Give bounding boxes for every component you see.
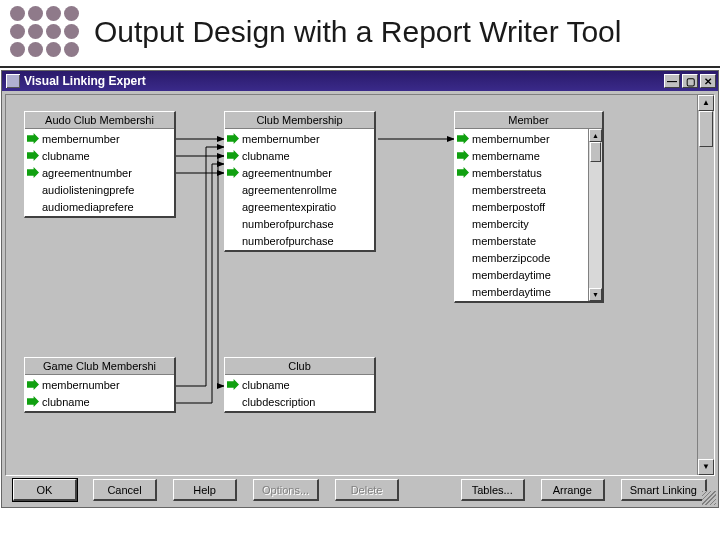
tables-button[interactable]: Tables... <box>461 479 525 501</box>
field-row[interactable]: memberzipcode <box>457 249 588 266</box>
field-list[interactable]: membernumber membername memberstatus mem… <box>455 129 588 301</box>
help-button[interactable]: Help <box>173 479 237 501</box>
slide-header: Output Design with a Report Writer Tool <box>0 0 720 68</box>
scroll-down-button[interactable]: ▼ <box>698 459 714 475</box>
field-row[interactable]: clubname <box>227 147 374 164</box>
link-canvas[interactable]: Audo Club Membershi membernumber clubnam… <box>6 95 696 475</box>
field-row[interactable]: agreementenrollme <box>227 181 374 198</box>
table-audio-club-membership[interactable]: Audo Club Membershi membernumber clubnam… <box>24 111 176 218</box>
key-icon <box>27 133 39 144</box>
field-row[interactable]: agreementnumber <box>27 164 174 181</box>
field-row[interactable]: membernumber <box>227 130 374 147</box>
key-icon <box>457 133 469 144</box>
field-list[interactable]: clubname clubdescription <box>225 375 374 411</box>
field-row[interactable]: clubname <box>27 147 174 164</box>
table-member[interactable]: Member membernumber membername membersta… <box>454 111 604 303</box>
minimize-button[interactable]: — <box>664 74 680 88</box>
ok-button[interactable]: OK <box>13 479 77 501</box>
scroll-up-button[interactable]: ▲ <box>589 129 602 142</box>
resize-grip-icon[interactable] <box>702 491 716 505</box>
table-title[interactable]: Member <box>455 112 602 129</box>
field-row[interactable]: memberstreeta <box>457 181 588 198</box>
key-icon <box>27 396 39 407</box>
field-row[interactable]: membernumber <box>27 376 174 393</box>
scroll-thumb[interactable] <box>699 111 713 147</box>
table-game-club-membership[interactable]: Game Club Membershi membernumber clubnam… <box>24 357 176 413</box>
field-row[interactable]: audiomediaprefere <box>27 198 174 215</box>
field-row[interactable]: numberofpurchase <box>227 215 374 232</box>
field-row[interactable]: membernumber <box>27 130 174 147</box>
field-row[interactable]: memberdaytime <box>457 266 588 283</box>
field-row[interactable]: agreementexpiratio <box>227 198 374 215</box>
field-row[interactable]: membercity <box>457 215 588 232</box>
scroll-thumb[interactable] <box>590 142 601 162</box>
table-title[interactable]: Club Membership <box>225 112 374 129</box>
options-button[interactable]: Options... <box>253 479 319 501</box>
scroll-up-button[interactable]: ▲ <box>698 95 714 111</box>
key-icon <box>457 150 469 161</box>
field-row[interactable]: audiolisteningprefe <box>27 181 174 198</box>
field-row[interactable]: numberofpurchase <box>227 232 374 249</box>
arrange-button[interactable]: Arrange <box>541 479 605 501</box>
table-title[interactable]: Game Club Membershi <box>25 358 174 375</box>
key-icon <box>227 133 239 144</box>
smart-linking-button[interactable]: Smart Linking <box>621 479 707 501</box>
table-club-membership[interactable]: Club Membership membernumber clubname ag… <box>224 111 376 252</box>
field-row[interactable]: clubname <box>27 393 174 410</box>
cancel-button[interactable]: Cancel <box>93 479 157 501</box>
field-row[interactable]: clubname <box>227 376 374 393</box>
close-button[interactable]: ✕ <box>700 74 716 88</box>
field-row[interactable]: memberstate <box>457 232 588 249</box>
field-row[interactable]: memberpostoff <box>457 198 588 215</box>
key-icon <box>27 150 39 161</box>
field-row[interactable]: membernumber <box>457 130 588 147</box>
table-vertical-scrollbar[interactable]: ▲ ▼ <box>588 129 602 301</box>
table-title[interactable]: Club <box>225 358 374 375</box>
canvas-vertical-scrollbar[interactable]: ▲ ▼ <box>697 95 714 475</box>
key-icon <box>27 167 39 178</box>
window-title: Visual Linking Expert <box>24 74 146 88</box>
dialog-button-row: OK Cancel Help Options... Delete Tables.… <box>5 476 715 504</box>
slide-title: Output Design with a Report Writer Tool <box>94 16 621 48</box>
field-row[interactable]: memberstatus <box>457 164 588 181</box>
system-menu-icon[interactable] <box>6 74 20 88</box>
table-club[interactable]: Club clubname clubdescription <box>224 357 376 413</box>
key-icon <box>227 167 239 178</box>
key-icon <box>227 150 239 161</box>
key-icon <box>27 379 39 390</box>
table-title[interactable]: Audo Club Membershi <box>25 112 174 129</box>
dot-grid-decor <box>10 6 80 58</box>
scroll-down-button[interactable]: ▼ <box>589 288 602 301</box>
field-list[interactable]: membernumber clubname agreementnumber au… <box>25 129 174 216</box>
field-row[interactable]: memberdaytime <box>457 283 588 300</box>
field-list[interactable]: membernumber clubname agreementnumber ag… <box>225 129 374 250</box>
field-row[interactable]: clubdescription <box>227 393 374 410</box>
key-icon <box>227 379 239 390</box>
field-row[interactable]: agreementnumber <box>227 164 374 181</box>
field-list[interactable]: membernumber clubname <box>25 375 174 411</box>
titlebar[interactable]: Visual Linking Expert — ▢ ✕ <box>2 71 718 91</box>
maximize-button[interactable]: ▢ <box>682 74 698 88</box>
app-window: Visual Linking Expert — ▢ ✕ <box>1 70 719 508</box>
field-row[interactable]: membername <box>457 147 588 164</box>
key-icon <box>457 167 469 178</box>
delete-button[interactable]: Delete <box>335 479 399 501</box>
link-canvas-wrap: Audo Club Membershi membernumber clubnam… <box>5 94 715 476</box>
